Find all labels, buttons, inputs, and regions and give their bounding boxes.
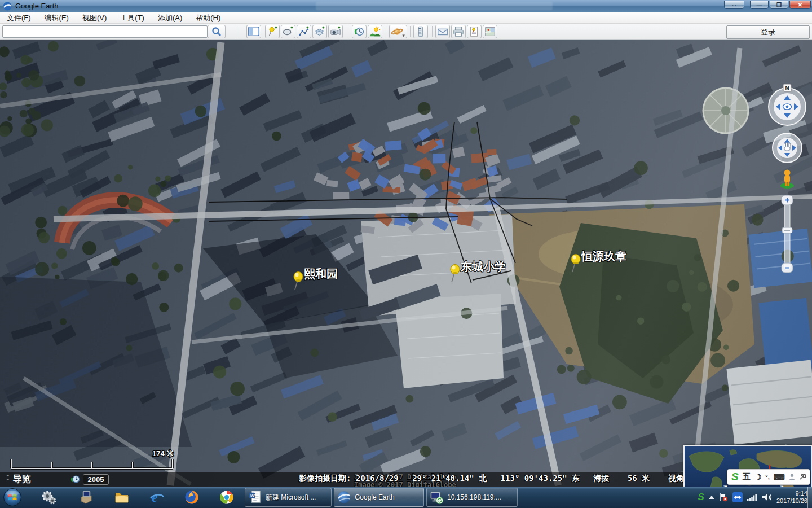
word-document-icon: W [248,490,262,505]
teamviewer-icon[interactable] [732,492,743,502]
menu-view[interactable]: 视图(V) [76,12,113,24]
menu-file[interactable]: 文件(F) [0,12,38,24]
menu-edit[interactable]: 编辑(E) [38,12,76,24]
scale-label: 174 米 [152,449,174,459]
placemark-label[interactable]: 熙和园 [304,266,338,282]
add-image-overlay-button[interactable] [312,25,327,38]
desktop: Google Earth ⇔ — ❐ ✕ 文件(F) 编辑(E) 视图(V) 工… [0,0,812,508]
historical-imagery-button[interactable] [352,25,367,38]
network-signal-icon[interactable] [747,493,757,501]
action-center-flag-icon[interactable] [719,493,728,502]
window-titlebar[interactable]: Google Earth ⇔ — ❐ ✕ [0,0,812,12]
taskbar-button-remote-desktop[interactable]: 10.156.198.119:... [426,488,518,507]
move-joystick[interactable] [773,133,802,163]
add-path-button[interactable] [297,25,311,38]
view-in-maps-button[interactable] [483,25,497,38]
pushpin-icon[interactable] [292,271,305,291]
toggle-sidebar-button[interactable] [246,25,261,38]
save-image-button[interactable] [467,25,482,38]
history-clock-icon [70,474,81,484]
taskbar-button-google-earth[interactable]: Google Earth [334,488,424,507]
restore-button[interactable]: ❐ [770,1,788,9]
menu-tools[interactable]: 工具(T) [113,12,151,24]
svg-text:W: W [250,493,255,498]
ime-account-icon[interactable] [789,474,795,481]
volume-icon[interactable] [762,493,772,502]
menu-add[interactable]: 添加(A) [151,12,189,24]
punctuation-icon[interactable]: °, [765,474,769,480]
north-label: N [785,85,789,91]
taskbar-button-word[interactable]: W 新建 Microsoft ... [245,488,332,507]
fullhalf-width-icon[interactable]: ☽ [754,472,762,481]
elevation-label: 海拔 [593,474,609,483]
soft-keyboard-icon[interactable]: ⌨ [774,472,785,481]
placemark-label[interactable]: 东城小学 [461,259,506,274]
hand-icon [784,143,791,151]
sun-icon [369,25,381,38]
planets-button[interactable] [389,25,407,38]
show-desktop-button[interactable] [807,487,812,508]
tour-guide-toggle[interactable]: ⌃⌃ 导览 [6,474,31,485]
sunlight-button[interactable] [368,25,382,38]
pegman-control[interactable] [780,170,794,189]
tray-time: 9:14 [776,490,807,497]
zoom-slider[interactable] [782,195,793,273]
record-tour-button[interactable] [328,25,343,38]
system-utility-icon[interactable] [78,489,94,505]
ime-mode-toggle[interactable]: 五 [743,472,751,482]
navigation-controls: N [761,84,812,281]
settings-gears-icon[interactable] [41,489,56,505]
chrome-icon[interactable] [219,489,235,505]
placemark[interactable]: 熙和园 [292,271,305,294]
placemark[interactable]: 东城小学 [448,264,462,286]
satellite-map-canvas[interactable]: 174 米 Image © 2017 DigitalGlobe Image © … [0,40,812,487]
toggle-size-button[interactable]: ⇔ [724,1,744,9]
look-joystick[interactable]: N [769,84,806,125]
elevation-value: 56 米 [628,474,650,483]
firefox-icon[interactable] [184,489,200,505]
add-placemark-button[interactable] [265,25,280,38]
email-button[interactable] [435,25,450,38]
status-readout: 影像拍摄日期: 2016/8/29 29° 21'48.14" 北 113° 0… [299,474,725,484]
svg-text:e: e [152,490,158,505]
print-button[interactable] [451,25,466,38]
search-button[interactable] [208,25,226,38]
ime-toolbar[interactable]: S 五 ☽ °, ⌨ [727,469,810,485]
add-placemark-icon [266,25,279,38]
ghost-window-reflection [316,2,553,10]
pushpin-icon[interactable] [448,264,462,284]
map-plaza [703,88,748,133]
ruler-button[interactable] [413,25,428,38]
menu-help[interactable]: 帮助(H) [189,12,227,24]
toolbar-separator [348,26,348,37]
file-explorer-icon[interactable] [114,489,130,505]
close-button[interactable]: ✕ [789,1,811,9]
toolbar-separator [237,26,237,37]
show-hidden-icons-button[interactable] [709,496,714,499]
history-year-button[interactable]: 2005 [70,474,109,485]
tour-guide-label: 导览 [13,474,31,485]
window-title: Google Earth [15,2,59,10]
add-polygon-icon [282,25,294,38]
login-button[interactable]: 登录 [726,25,810,39]
chevron-up-icon: ⌃⌃ [6,475,10,483]
tour-camera-icon [329,25,342,38]
minimize-button[interactable]: — [750,1,769,9]
pushpin-icon[interactable] [569,253,582,274]
latitude-value: 29° 21'48.14" 北 [412,474,487,483]
internet-explorer-icon[interactable]: e [149,489,165,505]
search-input[interactable] [2,25,208,38]
email-icon [436,25,449,38]
sogou-tray-icon[interactable]: S [698,492,704,503]
start-button[interactable] [3,488,22,507]
ime-settings-wrench-icon[interactable] [799,474,806,480]
history-year-label: 2005 [83,474,109,485]
tray-clock[interactable]: 9:14 2017/10/26 [776,490,807,505]
placemark-label[interactable]: 恒源玖章 [581,249,626,264]
sogou-logo-icon[interactable]: S [731,471,739,483]
satellite-imagery [0,40,812,487]
add-overlay-icon [314,25,326,38]
add-polygon-button[interactable] [281,25,295,38]
placemark[interactable]: 恒源玖章 [569,253,582,276]
toolbar: 登录 [0,24,812,40]
